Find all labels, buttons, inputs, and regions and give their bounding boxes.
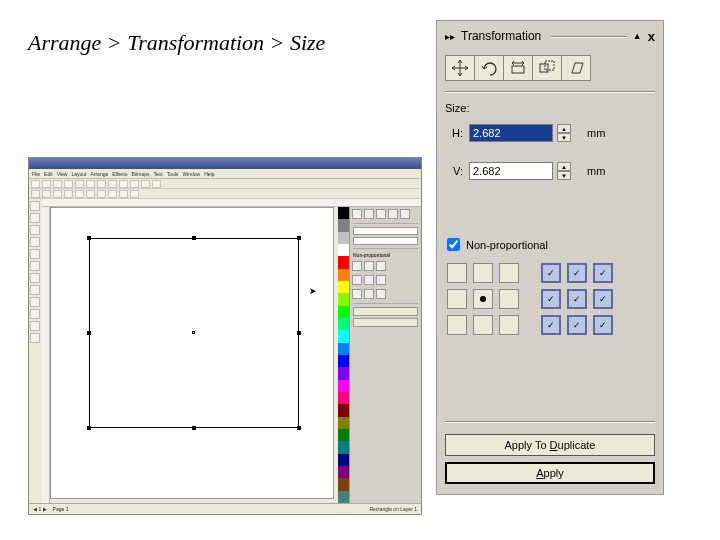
tool-ellipse[interactable] xyxy=(30,261,40,271)
tb-btn[interactable] xyxy=(97,180,106,188)
tb-btn[interactable] xyxy=(42,180,51,188)
mini-tab[interactable] xyxy=(352,209,362,219)
tb-btn[interactable] xyxy=(64,180,73,188)
handle-tm[interactable] xyxy=(192,236,196,240)
v-input[interactable] xyxy=(469,162,553,180)
anchor-ml[interactable] xyxy=(447,289,467,309)
tb-btn[interactable] xyxy=(130,180,139,188)
tool-pick[interactable] xyxy=(30,201,40,211)
tool-outline[interactable] xyxy=(30,321,40,331)
drawing-canvas[interactable]: ➤ xyxy=(50,207,334,499)
tool-fill[interactable] xyxy=(30,333,40,343)
tb-btn[interactable] xyxy=(42,190,51,198)
tab-position[interactable] xyxy=(445,55,475,81)
menu-text[interactable]: Text xyxy=(154,171,163,177)
menu-effects[interactable]: Effects xyxy=(112,171,127,177)
tb-btn[interactable] xyxy=(53,180,62,188)
toolbox[interactable] xyxy=(29,199,42,503)
menu-file[interactable]: File xyxy=(32,171,40,177)
menu-layout[interactable]: Layout xyxy=(71,171,86,177)
color-palette[interactable] xyxy=(338,207,349,503)
tb-btn[interactable] xyxy=(141,180,150,188)
mini-anchor[interactable] xyxy=(364,261,374,271)
anchor-tm[interactable] xyxy=(473,263,493,283)
apply-to-duplicate-button[interactable]: Apply To Duplicate xyxy=(445,434,655,456)
tb-btn[interactable] xyxy=(75,180,84,188)
mini-anchor[interactable] xyxy=(352,261,362,271)
anchor-bl[interactable] xyxy=(447,315,467,335)
tb-btn[interactable] xyxy=(64,190,73,198)
anchor-bm[interactable] xyxy=(473,315,493,335)
anchor-br[interactable] xyxy=(499,315,519,335)
collapse-icon[interactable]: ▲ xyxy=(633,31,642,41)
mini-anchor[interactable] xyxy=(376,275,386,285)
menu-bitmaps[interactable]: Bitmaps xyxy=(131,171,149,177)
apply-button[interactable]: Apply xyxy=(445,462,655,484)
tb-btn[interactable] xyxy=(75,190,84,198)
h-spin-down[interactable]: ▼ xyxy=(557,133,571,142)
tool-eyedrop[interactable] xyxy=(30,309,40,319)
tb-btn[interactable] xyxy=(108,180,117,188)
close-icon[interactable]: x xyxy=(648,29,655,44)
anchor-picker[interactable] xyxy=(447,263,519,335)
menu-tools[interactable]: Tools xyxy=(167,171,179,177)
menu-help[interactable]: Help xyxy=(204,171,214,177)
v-spin-down[interactable]: ▼ xyxy=(557,171,571,180)
mini-tab[interactable] xyxy=(388,209,398,219)
mini-apply-dup[interactable] xyxy=(353,307,418,316)
tab-rotate[interactable] xyxy=(474,55,504,81)
tool-text[interactable] xyxy=(30,285,40,295)
mini-anchor[interactable] xyxy=(364,289,374,299)
tb-btn[interactable] xyxy=(119,190,128,198)
menu-window[interactable]: Window xyxy=(182,171,200,177)
nonproportional-checkbox[interactable] xyxy=(447,238,460,251)
tab-skew[interactable] xyxy=(561,55,591,81)
handle-tl[interactable] xyxy=(87,236,91,240)
tool-interactive[interactable] xyxy=(30,297,40,307)
anchor-tr[interactable] xyxy=(499,263,519,283)
tb-btn[interactable] xyxy=(152,180,161,188)
h-input[interactable] xyxy=(469,124,553,142)
handle-mr[interactable] xyxy=(297,331,301,335)
menu-edit[interactable]: Edit xyxy=(44,171,53,177)
mini-anchor[interactable] xyxy=(376,261,386,271)
menu-view[interactable]: View xyxy=(57,171,68,177)
mini-tab[interactable] xyxy=(364,209,374,219)
tb-btn[interactable] xyxy=(119,180,128,188)
menu-arrange[interactable]: Arrange xyxy=(90,171,108,177)
mini-anchor[interactable] xyxy=(352,275,362,285)
tb-btn[interactable] xyxy=(86,190,95,198)
mini-tab[interactable] xyxy=(400,209,410,219)
tool-polygon[interactable] xyxy=(30,273,40,283)
tool-freehand[interactable] xyxy=(30,237,40,247)
anchor-mr[interactable] xyxy=(499,289,519,309)
mini-tab[interactable] xyxy=(376,209,386,219)
mini-field[interactable] xyxy=(353,227,418,235)
toolbar-property[interactable] xyxy=(29,189,421,199)
v-spin-up[interactable]: ▲ xyxy=(557,162,571,171)
tab-scale[interactable] xyxy=(503,55,533,81)
tb-btn[interactable] xyxy=(53,190,62,198)
anchor-center[interactable] xyxy=(473,289,493,309)
h-spin-up[interactable]: ▲ xyxy=(557,124,571,133)
mini-apply[interactable] xyxy=(353,318,418,327)
tb-btn[interactable] xyxy=(31,180,40,188)
expand-icon[interactable]: ▸▸ xyxy=(445,31,455,42)
page-nav[interactable]: ◀ 1 ▶ xyxy=(33,506,47,512)
handle-bl[interactable] xyxy=(87,426,91,430)
tb-btn[interactable] xyxy=(97,190,106,198)
handle-ml[interactable] xyxy=(87,331,91,335)
tb-btn[interactable] xyxy=(130,190,139,198)
menubar[interactable]: File Edit View Layout Arrange Effects Bi… xyxy=(29,169,421,179)
tab-size[interactable] xyxy=(532,55,562,81)
tool-rect[interactable] xyxy=(30,249,40,259)
tb-btn[interactable] xyxy=(108,190,117,198)
mini-anchor[interactable] xyxy=(364,275,374,285)
tb-btn[interactable] xyxy=(86,180,95,188)
toolbar-standard[interactable] xyxy=(29,179,421,189)
handle-bm[interactable] xyxy=(192,426,196,430)
handle-br[interactable] xyxy=(297,426,301,430)
tool-zoom[interactable] xyxy=(30,225,40,235)
mini-anchor[interactable] xyxy=(376,289,386,299)
anchor-tl[interactable] xyxy=(447,263,467,283)
